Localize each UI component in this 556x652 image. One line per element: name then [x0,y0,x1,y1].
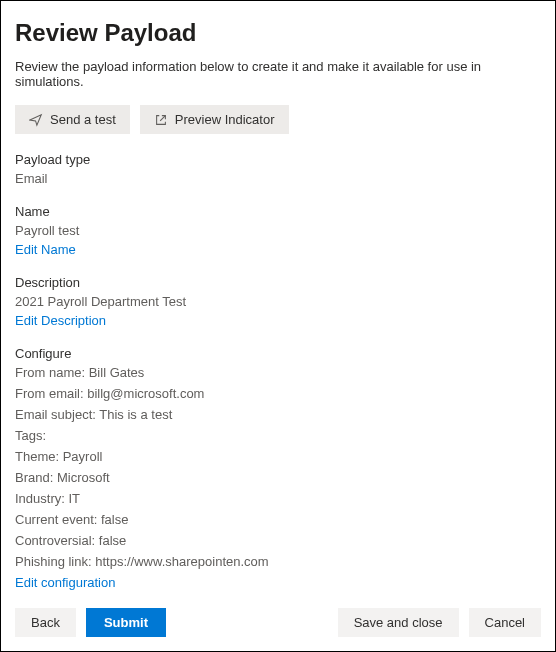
configure-label: Configure [15,346,541,361]
description-label: Description [15,275,541,290]
cancel-button[interactable]: Cancel [469,608,541,637]
send-test-label: Send a test [50,112,116,127]
payload-type-section: Payload type Email [15,152,541,186]
edit-name-link[interactable]: Edit Name [15,242,76,257]
submit-button[interactable]: Submit [86,608,166,637]
send-icon [29,113,43,127]
configure-theme: Theme: Payroll [15,449,541,464]
page-subtitle: Review the payload information below to … [15,59,541,89]
configure-section: Configure From name: Bill Gates From ema… [15,346,541,590]
action-row: Send a test Preview Indicator [15,105,541,134]
configure-subject: Email subject: This is a test [15,407,541,422]
name-label: Name [15,204,541,219]
edit-configuration-link[interactable]: Edit configuration [15,575,115,590]
back-button[interactable]: Back [15,608,76,637]
configure-controversial: Controversial: false [15,533,541,548]
configure-industry: Industry: IT [15,491,541,506]
preview-indicator-button[interactable]: Preview Indicator [140,105,289,134]
page-title: Review Payload [15,19,541,47]
save-close-button[interactable]: Save and close [338,608,459,637]
external-icon [154,113,168,127]
edit-description-link[interactable]: Edit Description [15,313,106,328]
description-section: Description 2021 Payroll Department Test… [15,275,541,328]
name-section: Name Payroll test Edit Name [15,204,541,257]
send-test-button[interactable]: Send a test [15,105,130,134]
name-value: Payroll test [15,223,541,238]
footer: Back Submit Save and close Cancel [15,594,541,637]
configure-from-email: From email: billg@microsoft.com [15,386,541,401]
configure-tags: Tags: [15,428,541,443]
payload-type-value: Email [15,171,541,186]
configure-current-event: Current event: false [15,512,541,527]
configure-brand: Brand: Microsoft [15,470,541,485]
configure-phishing-link: Phishing link: https://www.sharepointen.… [15,554,541,569]
payload-type-label: Payload type [15,152,541,167]
configure-from-name: From name: Bill Gates [15,365,541,380]
description-value: 2021 Payroll Department Test [15,294,541,309]
preview-indicator-label: Preview Indicator [175,112,275,127]
